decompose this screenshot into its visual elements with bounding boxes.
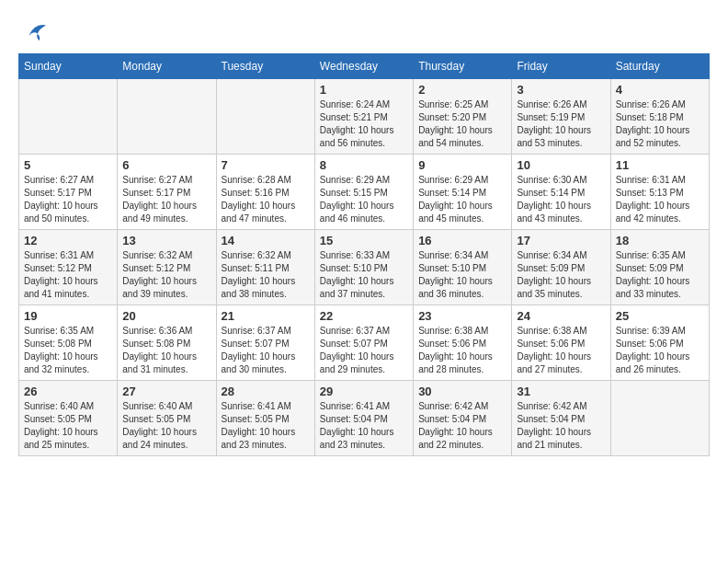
day-number: 24 <box>517 309 605 323</box>
calendar-cell <box>216 79 314 155</box>
day-number: 9 <box>418 158 506 172</box>
calendar-cell: 27Sunrise: 6:40 AM Sunset: 5:05 PM Dayli… <box>118 381 216 456</box>
calendar-cell: 4Sunrise: 6:26 AM Sunset: 5:18 PM Daylig… <box>610 79 709 155</box>
calendar-cell: 30Sunrise: 6:42 AM Sunset: 5:04 PM Dayli… <box>414 381 512 456</box>
day-number: 14 <box>222 234 310 247</box>
header-day-tuesday: Tuesday <box>216 54 314 79</box>
day-number: 16 <box>418 234 506 247</box>
day-info: Sunrise: 6:32 AM Sunset: 5:11 PM Dayligh… <box>222 249 310 301</box>
calendar-cell: 15Sunrise: 6:33 AM Sunset: 5:10 PM Dayli… <box>314 230 413 305</box>
calendar-cell: 10Sunrise: 6:30 AM Sunset: 5:14 PM Dayli… <box>512 155 610 230</box>
day-info: Sunrise: 6:25 AM Sunset: 5:20 PM Dayligh… <box>418 98 506 150</box>
day-info: Sunrise: 6:28 AM Sunset: 5:16 PM Dayligh… <box>222 174 310 225</box>
calendar-week-row: 26Sunrise: 6:40 AM Sunset: 5:05 PM Dayli… <box>19 381 710 456</box>
calendar-cell: 23Sunrise: 6:38 AM Sunset: 5:06 PM Dayli… <box>414 305 512 381</box>
calendar-cell: 12Sunrise: 6:31 AM Sunset: 5:12 PM Dayli… <box>19 230 118 305</box>
day-info: Sunrise: 6:38 AM Sunset: 5:06 PM Dayligh… <box>418 325 506 376</box>
calendar-cell <box>610 381 709 456</box>
calendar-cell: 28Sunrise: 6:41 AM Sunset: 5:05 PM Dayli… <box>216 381 314 456</box>
calendar-cell: 22Sunrise: 6:37 AM Sunset: 5:07 PM Dayli… <box>314 305 413 381</box>
calendar-cell <box>19 79 118 155</box>
calendar-week-row: 12Sunrise: 6:31 AM Sunset: 5:12 PM Dayli… <box>19 230 710 305</box>
calendar-cell: 5Sunrise: 6:27 AM Sunset: 5:17 PM Daylig… <box>19 155 118 230</box>
day-info: Sunrise: 6:27 AM Sunset: 5:17 PM Dayligh… <box>122 174 210 225</box>
day-number: 12 <box>24 234 112 247</box>
calendar-cell: 2Sunrise: 6:25 AM Sunset: 5:20 PM Daylig… <box>414 79 512 155</box>
calendar-cell: 20Sunrise: 6:36 AM Sunset: 5:08 PM Dayli… <box>118 305 216 381</box>
day-info: Sunrise: 6:24 AM Sunset: 5:21 PM Dayligh… <box>320 98 408 150</box>
day-info: Sunrise: 6:42 AM Sunset: 5:04 PM Dayligh… <box>418 400 506 452</box>
calendar-cell: 13Sunrise: 6:32 AM Sunset: 5:12 PM Dayli… <box>118 230 216 305</box>
day-number: 1 <box>320 83 408 97</box>
calendar-cell: 24Sunrise: 6:38 AM Sunset: 5:06 PM Dayli… <box>512 305 610 381</box>
day-number: 31 <box>517 385 605 398</box>
day-number: 4 <box>616 83 704 97</box>
day-info: Sunrise: 6:26 AM Sunset: 5:18 PM Dayligh… <box>616 98 704 150</box>
day-info: Sunrise: 6:40 AM Sunset: 5:05 PM Dayligh… <box>122 400 210 452</box>
day-info: Sunrise: 6:34 AM Sunset: 5:10 PM Dayligh… <box>418 249 506 301</box>
calendar-cell: 29Sunrise: 6:41 AM Sunset: 5:04 PM Dayli… <box>314 381 413 456</box>
day-info: Sunrise: 6:42 AM Sunset: 5:04 PM Dayligh… <box>517 400 605 452</box>
day-info: Sunrise: 6:38 AM Sunset: 5:06 PM Dayligh… <box>517 325 605 376</box>
logo <box>18 18 48 44</box>
day-number: 28 <box>222 385 310 398</box>
day-number: 6 <box>122 158 210 172</box>
calendar-cell: 8Sunrise: 6:29 AM Sunset: 5:15 PM Daylig… <box>314 155 413 230</box>
day-number: 27 <box>122 385 210 398</box>
day-number: 7 <box>222 158 310 172</box>
calendar-cell: 6Sunrise: 6:27 AM Sunset: 5:17 PM Daylig… <box>118 155 216 230</box>
day-info: Sunrise: 6:40 AM Sunset: 5:05 PM Dayligh… <box>24 400 112 452</box>
day-number: 22 <box>320 309 408 323</box>
day-info: Sunrise: 6:39 AM Sunset: 5:06 PM Dayligh… <box>616 325 704 376</box>
header-day-thursday: Thursday <box>414 54 512 79</box>
header-day-saturday: Saturday <box>610 54 709 79</box>
day-info: Sunrise: 6:37 AM Sunset: 5:07 PM Dayligh… <box>222 325 310 376</box>
day-info: Sunrise: 6:27 AM Sunset: 5:17 PM Dayligh… <box>24 174 112 225</box>
day-info: Sunrise: 6:29 AM Sunset: 5:15 PM Dayligh… <box>320 174 408 225</box>
day-number: 29 <box>320 385 408 398</box>
day-info: Sunrise: 6:34 AM Sunset: 5:09 PM Dayligh… <box>517 249 605 301</box>
day-info: Sunrise: 6:35 AM Sunset: 5:09 PM Dayligh… <box>616 249 704 301</box>
page-header <box>18 18 710 44</box>
calendar-cell: 3Sunrise: 6:26 AM Sunset: 5:19 PM Daylig… <box>512 79 610 155</box>
calendar-week-row: 1Sunrise: 6:24 AM Sunset: 5:21 PM Daylig… <box>19 79 710 155</box>
header-day-friday: Friday <box>512 54 610 79</box>
day-info: Sunrise: 6:31 AM Sunset: 5:13 PM Dayligh… <box>616 174 704 225</box>
header-day-monday: Monday <box>118 54 216 79</box>
calendar-cell: 19Sunrise: 6:35 AM Sunset: 5:08 PM Dayli… <box>19 305 118 381</box>
day-number: 2 <box>418 83 506 97</box>
day-number: 5 <box>24 158 112 172</box>
calendar-cell: 21Sunrise: 6:37 AM Sunset: 5:07 PM Dayli… <box>216 305 314 381</box>
calendar-cell: 14Sunrise: 6:32 AM Sunset: 5:11 PM Dayli… <box>216 230 314 305</box>
day-number: 15 <box>320 234 408 247</box>
day-number: 23 <box>418 309 506 323</box>
day-number: 21 <box>222 309 310 323</box>
day-info: Sunrise: 6:41 AM Sunset: 5:04 PM Dayligh… <box>320 400 408 452</box>
day-number: 13 <box>122 234 210 247</box>
calendar-week-row: 19Sunrise: 6:35 AM Sunset: 5:08 PM Dayli… <box>19 305 710 381</box>
calendar-cell: 17Sunrise: 6:34 AM Sunset: 5:09 PM Dayli… <box>512 230 610 305</box>
calendar-table: SundayMondayTuesdayWednesdayThursdayFrid… <box>18 53 710 456</box>
day-info: Sunrise: 6:32 AM Sunset: 5:12 PM Dayligh… <box>122 249 210 301</box>
day-number: 3 <box>517 83 605 97</box>
calendar-cell: 1Sunrise: 6:24 AM Sunset: 5:21 PM Daylig… <box>314 79 413 155</box>
day-number: 19 <box>24 309 112 323</box>
calendar-cell: 25Sunrise: 6:39 AM Sunset: 5:06 PM Dayli… <box>610 305 709 381</box>
header-day-wednesday: Wednesday <box>314 54 413 79</box>
calendar-cell: 7Sunrise: 6:28 AM Sunset: 5:16 PM Daylig… <box>216 155 314 230</box>
day-info: Sunrise: 6:26 AM Sunset: 5:19 PM Dayligh… <box>517 98 605 150</box>
calendar-cell: 31Sunrise: 6:42 AM Sunset: 5:04 PM Dayli… <box>512 381 610 456</box>
day-info: Sunrise: 6:31 AM Sunset: 5:12 PM Dayligh… <box>24 249 112 301</box>
day-number: 8 <box>320 158 408 172</box>
day-info: Sunrise: 6:30 AM Sunset: 5:14 PM Dayligh… <box>517 174 605 225</box>
logo-bird-icon <box>22 18 48 44</box>
day-info: Sunrise: 6:33 AM Sunset: 5:10 PM Dayligh… <box>320 249 408 301</box>
calendar-week-row: 5Sunrise: 6:27 AM Sunset: 5:17 PM Daylig… <box>19 155 710 230</box>
day-number: 30 <box>418 385 506 398</box>
day-info: Sunrise: 6:41 AM Sunset: 5:05 PM Dayligh… <box>222 400 310 452</box>
day-number: 18 <box>616 234 704 247</box>
day-info: Sunrise: 6:35 AM Sunset: 5:08 PM Dayligh… <box>24 325 112 376</box>
day-number: 11 <box>616 158 704 172</box>
calendar-header-row: SundayMondayTuesdayWednesdayThursdayFrid… <box>19 54 710 79</box>
day-info: Sunrise: 6:29 AM Sunset: 5:14 PM Dayligh… <box>418 174 506 225</box>
